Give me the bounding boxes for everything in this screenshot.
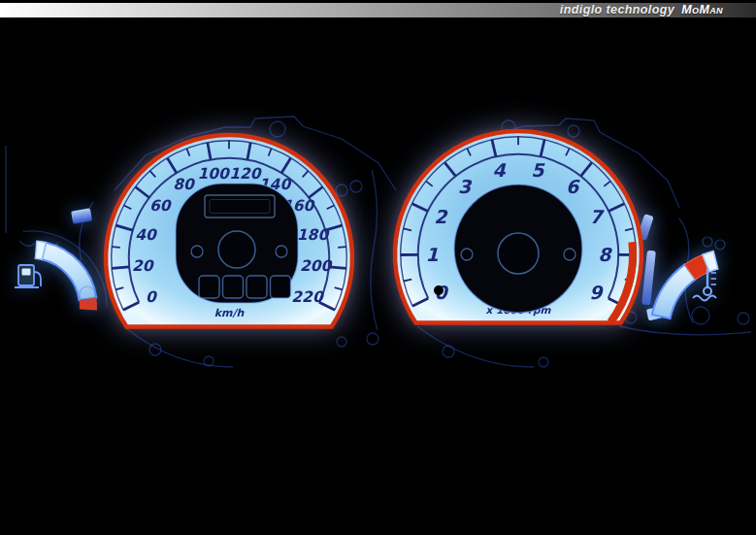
gauge-number: 6 bbox=[566, 176, 580, 197]
gauge-number: 40 bbox=[135, 226, 158, 244]
gauge-number: 1 bbox=[425, 244, 438, 265]
major-tick bbox=[329, 267, 346, 269]
button-cutout bbox=[199, 276, 219, 298]
needle-shaft-hole bbox=[498, 233, 539, 274]
gauge-number: 60 bbox=[149, 197, 173, 215]
needle-shaft-hole bbox=[218, 231, 255, 268]
screw-hole-outline bbox=[337, 337, 346, 347]
indicator-hole bbox=[434, 285, 444, 295]
speedometer-bottom-outline bbox=[126, 328, 233, 367]
screw-hole-outline bbox=[692, 307, 709, 324]
glow-fragment bbox=[71, 208, 92, 223]
screw-hole-outline bbox=[568, 125, 579, 137]
instrument-cluster: 020406080100120140160180200220km/h 01234… bbox=[0, 0, 756, 535]
pump-window bbox=[22, 269, 31, 276]
button-cutout bbox=[223, 276, 244, 298]
screw-hole-outline bbox=[336, 184, 347, 196]
screw-hole-outline bbox=[738, 313, 749, 324]
gauge-number: 120 bbox=[229, 165, 263, 183]
screw-hole-outline bbox=[204, 356, 214, 366]
tachometer-bottom-outline bbox=[417, 326, 534, 367]
gauge-unit-label: km/h bbox=[214, 307, 246, 319]
screw-hole bbox=[276, 246, 287, 257]
minor-tick bbox=[112, 247, 120, 248]
panel-hole bbox=[715, 240, 725, 250]
screw-hole bbox=[461, 249, 473, 260]
gauge-number: 3 bbox=[458, 176, 473, 197]
watermark-bar: indiglo technology MoMan bbox=[0, 3, 756, 17]
gauge-number: 4 bbox=[493, 159, 507, 181]
gauge-number: 8 bbox=[598, 244, 612, 265]
gauge-number: 2 bbox=[434, 206, 448, 227]
tachometer-hub bbox=[454, 184, 582, 313]
odometer-window bbox=[205, 195, 275, 217]
bottom-right-outline bbox=[619, 326, 751, 335]
contour-line bbox=[19, 241, 37, 246]
fuel-gauge bbox=[15, 231, 107, 311]
coolant-wave bbox=[693, 296, 716, 301]
photo-stage: indiglo technology MoMan bbox=[0, 0, 756, 535]
watermark-text: indiglo technology bbox=[560, 3, 674, 17]
center-divider-outline bbox=[371, 170, 378, 330]
gauge-number: 220 bbox=[291, 288, 325, 306]
screw-hole-outline bbox=[539, 357, 548, 367]
screw-hole bbox=[564, 249, 575, 260]
pump-hose bbox=[34, 272, 41, 286]
temp-gauge-band bbox=[652, 264, 696, 318]
gauge-number: 20 bbox=[132, 257, 155, 275]
screw-hole-outline bbox=[367, 333, 378, 345]
screw-hole-outline bbox=[350, 181, 362, 192]
gauge-number: 180 bbox=[297, 226, 331, 244]
glow-fragment bbox=[641, 251, 656, 306]
screw-hole bbox=[191, 246, 203, 257]
gauge-number: 5 bbox=[531, 159, 545, 181]
gauge-number: 200 bbox=[300, 257, 334, 275]
speedometer-hub bbox=[176, 184, 298, 303]
major-tick bbox=[112, 267, 129, 269]
gauge-number: 100 bbox=[197, 165, 231, 183]
fuel-pump-icon bbox=[15, 265, 41, 287]
speedometer-gauge: 020406080100120140160180200220km/h bbox=[106, 135, 352, 327]
screw-hole-outline bbox=[443, 346, 454, 357]
gauge-number: 9 bbox=[589, 282, 604, 303]
screw-hole-outline bbox=[270, 121, 285, 137]
button-cutout bbox=[271, 276, 291, 298]
thermometer-bulb bbox=[704, 287, 711, 295]
panel-hole bbox=[703, 237, 712, 247]
fuel-gauge-band bbox=[42, 243, 96, 300]
button-cutout bbox=[247, 276, 267, 298]
tachometer-gauge: 0123456789x 1000 rpm bbox=[395, 131, 641, 323]
gauge-number: 80 bbox=[173, 176, 196, 193]
watermark-brand: MoMan bbox=[681, 3, 723, 17]
minor-tick bbox=[338, 247, 346, 248]
